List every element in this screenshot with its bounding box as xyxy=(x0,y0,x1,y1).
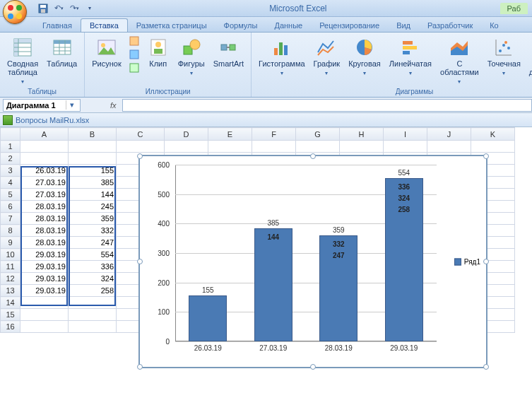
cell[interactable]: 332 xyxy=(69,225,117,237)
cell[interactable] xyxy=(20,153,69,165)
office-button[interactable] xyxy=(3,0,27,24)
cell[interactable]: 336 xyxy=(69,261,117,273)
cell[interactable] xyxy=(69,141,117,153)
smartart-button[interactable]: SmartArt xyxy=(211,35,247,69)
col-header-g[interactable]: G xyxy=(296,128,340,141)
row-header[interactable]: 13 xyxy=(1,285,20,297)
row-header[interactable]: 2 xyxy=(1,153,20,165)
clip-small-2[interactable] xyxy=(127,48,141,61)
row-header[interactable]: 12 xyxy=(1,273,20,285)
clip-small-3[interactable] xyxy=(127,61,141,74)
col-header-b[interactable]: B xyxy=(69,128,117,141)
col-header-j[interactable]: J xyxy=(427,128,471,141)
cell[interactable] xyxy=(20,309,69,321)
row-header[interactable]: 9 xyxy=(1,237,20,249)
col-header-h[interactable]: H xyxy=(340,128,384,141)
pie-chart-button[interactable]: Круговая xyxy=(345,35,384,78)
worksheet-grid[interactable]: A B C D E F G H I J K 12326.03.19155427.… xyxy=(0,127,532,393)
cell[interactable] xyxy=(69,297,117,309)
row-header[interactable]: 4 xyxy=(1,177,20,189)
column-chart-button[interactable]: Гистограмма xyxy=(256,35,308,78)
cell[interactable]: 359 xyxy=(69,213,117,225)
cell[interactable]: 29.03.19 xyxy=(20,249,69,261)
chart-bar[interactable] xyxy=(254,228,292,341)
row-header[interactable]: 10 xyxy=(1,249,20,261)
chart-plot-area[interactable]: 155385144359332247554336324258 xyxy=(175,165,437,341)
table-button[interactable]: Таблица xyxy=(44,35,80,69)
tab-truncated[interactable]: Ко xyxy=(481,19,507,32)
chart-bar[interactable] xyxy=(189,295,227,341)
cell[interactable]: 385 xyxy=(69,177,117,189)
cell[interactable] xyxy=(20,297,69,309)
chart-tools-context-tab[interactable]: Раб xyxy=(500,3,528,14)
row-header[interactable]: 11 xyxy=(1,261,20,273)
name-box-dropdown-icon[interactable]: ▾ xyxy=(66,100,77,110)
tab-view[interactable]: Вид xyxy=(388,19,419,32)
cell[interactable]: 28.03.19 xyxy=(20,225,69,237)
cell[interactable]: 155 xyxy=(69,165,117,177)
tab-insert[interactable]: Вставка xyxy=(81,18,128,32)
cell[interactable] xyxy=(69,321,117,333)
cell[interactable]: 27.03.19 xyxy=(20,177,69,189)
col-header-c[interactable]: C xyxy=(117,128,165,141)
pivot-table-button[interactable]: Сводная таблица xyxy=(4,35,41,87)
col-header-d[interactable]: D xyxy=(165,128,208,141)
fx-icon[interactable]: fx xyxy=(110,101,117,110)
row-header[interactable]: 16 xyxy=(1,321,20,333)
cell[interactable] xyxy=(69,309,117,321)
cell[interactable] xyxy=(20,321,69,333)
cell[interactable]: 27.03.19 xyxy=(20,189,69,201)
cell[interactable]: 324 xyxy=(69,273,117,285)
row-header[interactable]: 5 xyxy=(1,189,20,201)
col-header-a[interactable]: A xyxy=(20,128,69,141)
row-header[interactable]: 14 xyxy=(1,297,20,309)
tab-home[interactable]: Главная xyxy=(34,19,81,32)
row-header[interactable]: 7 xyxy=(1,213,20,225)
tab-formulas[interactable]: Формулы xyxy=(215,19,266,32)
embedded-chart[interactable]: 0100200300400500600 15538514435933224755… xyxy=(139,156,487,368)
cell[interactable]: 28.03.19 xyxy=(20,213,69,225)
tab-review[interactable]: Рецензирование xyxy=(311,19,388,32)
tab-data[interactable]: Данные xyxy=(266,19,311,32)
cell[interactable]: 247 xyxy=(69,237,117,249)
cell[interactable] xyxy=(117,141,165,153)
cell[interactable]: 28.03.19 xyxy=(20,201,69,213)
col-header-i[interactable]: I xyxy=(384,128,427,141)
qat-customize-icon[interactable]: ▾ xyxy=(83,2,96,15)
cell[interactable]: 29.03.19 xyxy=(20,285,69,297)
cell[interactable]: 29.03.19 xyxy=(20,273,69,285)
cell[interactable] xyxy=(20,141,69,153)
row-header[interactable]: 3 xyxy=(1,165,20,177)
row-header[interactable]: 8 xyxy=(1,225,20,237)
cell[interactable]: 258 xyxy=(69,285,117,297)
col-header-e[interactable]: E xyxy=(208,128,252,141)
area-chart-button[interactable]: С областями xyxy=(437,35,482,87)
row-header[interactable]: 15 xyxy=(1,309,20,321)
cell[interactable]: 554 xyxy=(69,249,117,261)
tab-page-layout[interactable]: Разметка страницы xyxy=(128,19,215,32)
col-header-k[interactable]: K xyxy=(471,128,515,141)
chart-legend[interactable]: Ряд1 xyxy=(454,258,480,266)
cell[interactable]: 28.03.19 xyxy=(20,237,69,249)
save-icon[interactable] xyxy=(37,2,49,15)
redo-icon[interactable]: ↷▾ xyxy=(68,2,81,15)
row-header[interactable]: 6 xyxy=(1,201,20,213)
cell[interactable] xyxy=(69,153,117,165)
line-chart-button[interactable]: График xyxy=(311,35,343,78)
bar-chart-button[interactable]: Линейчатая xyxy=(386,35,435,78)
cell[interactable]: 245 xyxy=(69,201,117,213)
picture-button[interactable]: Рисунок xyxy=(89,35,124,69)
row-header[interactable]: 1 xyxy=(1,141,20,153)
cell[interactable]: 144 xyxy=(69,189,117,201)
tab-developer[interactable]: Разработчик xyxy=(419,19,481,32)
clip-small-1[interactable] xyxy=(127,35,141,47)
clip-button[interactable]: Клип xyxy=(144,35,172,69)
undo-icon[interactable]: ↶▾ xyxy=(52,2,65,15)
cell[interactable]: 26.03.19 xyxy=(20,165,69,177)
cell[interactable]: 29.03.19 xyxy=(20,261,69,273)
shapes-button[interactable]: Фигуры xyxy=(175,35,208,78)
formula-input[interactable] xyxy=(122,99,532,112)
scatter-chart-button[interactable]: Точечная xyxy=(485,35,524,78)
other-charts-button[interactable]: Другие диаграммы xyxy=(526,35,532,87)
name-box[interactable]: Диаграмма 1 ▾ xyxy=(3,99,81,112)
